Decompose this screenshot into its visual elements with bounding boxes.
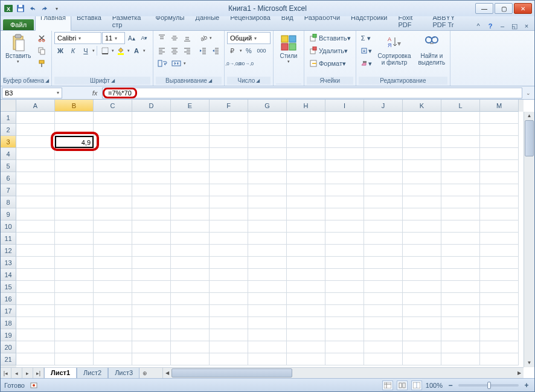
cell[interactable]	[171, 293, 210, 305]
cell[interactable]	[171, 196, 210, 208]
cell[interactable]	[403, 281, 441, 293]
hscroll-thumb[interactable]	[171, 368, 292, 378]
minimize-ribbon-icon[interactable]: ^	[474, 22, 482, 30]
cell[interactable]	[248, 172, 287, 184]
cell[interactable]	[325, 233, 364, 245]
cell[interactable]	[132, 148, 171, 160]
cell[interactable]	[441, 281, 480, 293]
cell[interactable]	[132, 233, 171, 245]
cell[interactable]	[287, 329, 325, 341]
cell[interactable]	[325, 281, 364, 293]
row-header[interactable]: 1	[1, 112, 16, 124]
font-launcher-icon[interactable]: ◢	[111, 78, 115, 83]
cell[interactable]	[16, 233, 55, 245]
cell[interactable]	[171, 305, 210, 317]
cell[interactable]	[403, 269, 441, 281]
cell[interactable]	[55, 148, 94, 160]
cell[interactable]	[210, 184, 248, 196]
cell[interactable]	[403, 329, 441, 341]
cell[interactable]	[480, 329, 519, 341]
cell[interactable]	[325, 220, 364, 233]
cell[interactable]	[171, 136, 210, 148]
cell[interactable]	[16, 341, 55, 353]
cell[interactable]	[364, 112, 403, 124]
cell[interactable]	[248, 196, 287, 208]
merge-cells-icon[interactable]	[170, 57, 183, 69]
row-header[interactable]: 10	[1, 220, 16, 233]
cell[interactable]	[480, 148, 519, 160]
cell[interactable]	[403, 136, 441, 148]
cell[interactable]	[94, 172, 132, 184]
cell[interactable]	[210, 293, 248, 305]
column-header[interactable]: H	[287, 100, 325, 112]
cell[interactable]	[171, 341, 210, 353]
font-name-combo[interactable]: Calibri▾	[54, 32, 101, 44]
cell[interactable]	[94, 329, 132, 341]
cell[interactable]	[403, 305, 441, 317]
cell[interactable]	[171, 184, 210, 196]
row-header[interactable]: 3	[1, 136, 16, 148]
cell[interactable]	[55, 257, 94, 269]
cell[interactable]	[16, 196, 55, 208]
cell[interactable]	[403, 208, 441, 220]
cell[interactable]	[287, 257, 325, 269]
cell[interactable]	[364, 329, 403, 341]
column-header[interactable]: I	[325, 100, 364, 112]
column-header[interactable]: L	[441, 100, 480, 112]
scroll-up-icon[interactable]: ▲	[524, 112, 534, 120]
vertical-scrollbar[interactable]: ▲ ▼	[524, 112, 534, 367]
cell[interactable]	[16, 353, 55, 365]
cell[interactable]	[171, 257, 210, 269]
cell[interactable]	[94, 124, 132, 136]
cell[interactable]	[325, 269, 364, 281]
cell[interactable]	[364, 124, 403, 136]
window-minimize-icon[interactable]: –	[498, 22, 507, 30]
column-header[interactable]: D	[132, 100, 171, 112]
cell[interactable]	[325, 208, 364, 220]
cell[interactable]	[210, 124, 248, 136]
qat-customize-icon[interactable]: ▾	[51, 3, 62, 14]
row-header[interactable]: 16	[1, 293, 16, 305]
italic-button[interactable]: К	[67, 45, 79, 57]
cell[interactable]	[210, 112, 248, 124]
cell[interactable]	[364, 220, 403, 233]
row-header[interactable]: 18	[1, 317, 16, 329]
cell[interactable]	[441, 184, 480, 196]
cell[interactable]	[325, 112, 364, 124]
cell[interactable]	[325, 184, 364, 196]
cell[interactable]	[16, 305, 55, 317]
cell[interactable]	[171, 208, 210, 220]
cell[interactable]	[480, 196, 519, 208]
cells-area[interactable]: 4,9	[16, 112, 524, 367]
cell[interactable]	[287, 172, 325, 184]
cell[interactable]	[248, 124, 287, 136]
row-header[interactable]: 20	[1, 341, 16, 353]
cell[interactable]	[403, 112, 441, 124]
cell[interactable]	[325, 317, 364, 329]
cell[interactable]	[287, 341, 325, 353]
cell[interactable]	[55, 281, 94, 293]
cell[interactable]	[480, 269, 519, 281]
cell[interactable]	[441, 329, 480, 341]
cell[interactable]	[480, 220, 519, 233]
cell[interactable]	[325, 172, 364, 184]
cell[interactable]	[248, 233, 287, 245]
cell[interactable]	[132, 208, 171, 220]
cell[interactable]	[94, 208, 132, 220]
align-left-icon[interactable]	[156, 45, 168, 57]
cell[interactable]	[132, 353, 171, 365]
cell[interactable]	[16, 329, 55, 341]
cell[interactable]	[403, 172, 441, 184]
cell[interactable]	[325, 245, 364, 257]
cell[interactable]	[364, 208, 403, 220]
cell[interactable]	[132, 136, 171, 148]
cell[interactable]	[16, 208, 55, 220]
sheet-nav-next-icon[interactable]: ▸	[22, 368, 33, 379]
align-center-icon[interactable]	[168, 45, 181, 57]
wrap-text-icon[interactable]	[156, 57, 169, 69]
cell[interactable]	[403, 317, 441, 329]
number-launcher-icon[interactable]: ◢	[256, 78, 260, 83]
cell[interactable]	[94, 112, 132, 124]
cell[interactable]	[248, 329, 287, 341]
cell[interactable]	[210, 341, 248, 353]
